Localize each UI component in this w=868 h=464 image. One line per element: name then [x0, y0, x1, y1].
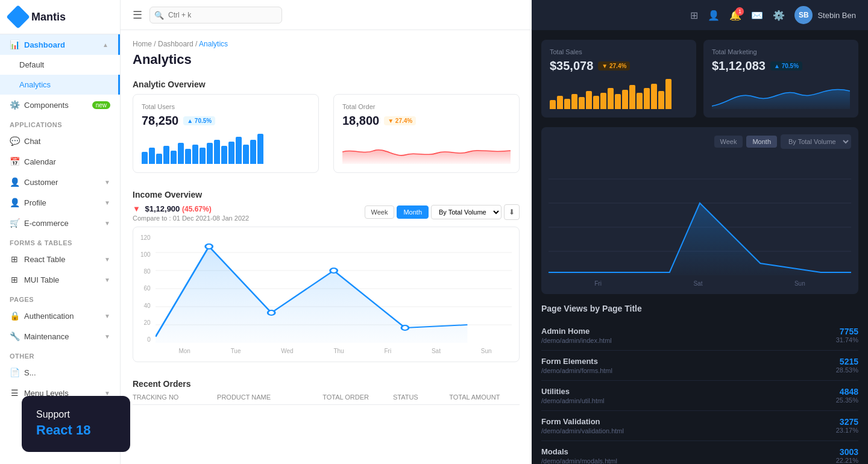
ecommerce-icon: 🛒 — [10, 218, 19, 228]
total-sales-card: Total Sales $35,078 ▼ 27.4% — [541, 40, 696, 118]
total-marketing-label: Total Marketing — [712, 48, 850, 55]
notification-badge: 1 — [735, 7, 744, 16]
income-amount: ▼ $1,12,900 (45.67%) — [133, 204, 249, 213]
search-input[interactable] — [149, 7, 282, 24]
total-sales-chart — [550, 79, 688, 109]
left-panel: ☰ 🔍 Home / Dashboard / Analytics Analyti… — [121, 0, 532, 464]
logo-icon — [6, 5, 30, 29]
page-view-count-1: 5215 — [836, 357, 858, 366]
nav-item-default[interactable]: Default — [0, 55, 120, 75]
total-sales-value: $35,078 ▼ 27.4% — [550, 59, 688, 73]
page-view-item-2: Utilities /demo/admin/util.html 4848 25.… — [541, 381, 858, 411]
page-view-pct-0: 31.74% — [836, 336, 858, 343]
dark-week-button[interactable]: Week — [714, 136, 743, 148]
components-icon: ⚙️ — [10, 100, 19, 110]
dark-income-chart: Week Month By Total Volume — [541, 127, 858, 294]
nav-item-mui-table[interactable]: ⊞ MUI Table ▼ — [0, 269, 120, 290]
page-view-url-4: /demo/admin/modals.html — [541, 457, 617, 464]
dashboard-icon: 📊 — [10, 40, 19, 49]
chevron-down-icon5: ▼ — [104, 277, 110, 283]
right-panel: ⊞ 👤 🔔 1 ✉️ ⚙️ SB Stebin Ben Total Sales … — [532, 0, 868, 464]
page-view-pct-2: 25.35% — [836, 397, 858, 404]
mail-icon[interactable]: ✉️ — [751, 10, 763, 21]
nav-item-analytics[interactable]: Analytics — [0, 75, 120, 95]
week-button[interactable]: Week — [365, 205, 395, 219]
page-view-pct-1: 28.53% — [836, 366, 858, 374]
nav-item-chat[interactable]: 💬 Chat — [0, 131, 120, 151]
support-popup[interactable]: Support React 18 — [22, 396, 130, 452]
page-view-count-3: 3275 — [836, 417, 858, 427]
page-view-name-3: Form Validation — [541, 417, 624, 426]
nav-item-authentication[interactable]: 🔒 Authentication ▼ — [0, 306, 120, 326]
nav-item-sample[interactable]: 📄 S... — [0, 362, 120, 383]
svg-point-5 — [205, 244, 212, 249]
chevron-down-icon7: ▼ — [104, 333, 110, 340]
chart-area — [156, 234, 512, 345]
total-sales-badge: ▼ 27.4% — [598, 61, 630, 71]
page-view-count-4: 3003 — [836, 447, 858, 457]
sidebar: Mantis 📊 Dashboard ▲ Default Analytics ⚙… — [0, 0, 121, 464]
forms-tables-label: Forms & Tables — [0, 233, 120, 249]
chevron-down-icon2: ▼ — [104, 199, 110, 206]
maintenance-icon: 🔧 — [10, 331, 19, 341]
nav-item-react-table[interactable]: ⊞ React Table ▼ — [0, 249, 120, 269]
settings-icon[interactable]: ⚙️ — [773, 10, 785, 21]
page-view-count-2: 4848 — [836, 387, 858, 397]
topbar: ⊞ 👤 🔔 1 ✉️ ⚙️ SB Stebin Ben — [532, 0, 868, 30]
page-view-item-0: Admin Home /demo/admin/index.html 7755 3… — [541, 321, 858, 351]
nav-item-dashboard[interactable]: 📊 Dashboard ▲ — [0, 34, 120, 55]
right-content: Total Sales $35,078 ▼ 27.4% — [532, 30, 868, 464]
page-view-pct-3: 23.17% — [836, 427, 858, 434]
breadcrumb: Home / Dashboard / Analytics — [133, 40, 520, 48]
volume-select[interactable]: By Total Volume — [431, 205, 502, 219]
svg-point-8 — [401, 325, 409, 330]
chevron-down-icon8: ▼ — [104, 390, 110, 397]
nav-item-components[interactable]: ⚙️ Components new — [0, 95, 120, 115]
page-view-url-1: /demo/admin/forms.html — [541, 367, 612, 374]
menu-toggle-button[interactable]: ☰ — [133, 8, 142, 22]
income-compare: Compare to : 01 Dec 2021-08 Jan 2022 — [133, 215, 249, 222]
grid-icon[interactable]: ⊞ — [690, 10, 698, 21]
recent-orders-title: Recent Orders — [121, 372, 532, 393]
page-view-pct-4: 22.21% — [836, 457, 858, 464]
recent-orders-section: TRACKING NO PRODUCT NAME TOTAL ORDER STA… — [121, 393, 532, 415]
col-total-order: TOTAL ORDER — [322, 393, 393, 401]
total-users-chart — [142, 134, 310, 164]
total-order-value: 18,800 ▼ 27.4% — [342, 114, 511, 128]
page-view-item-3: Form Validation /demo/admin/validation.h… — [541, 411, 858, 441]
month-button[interactable]: Month — [397, 205, 429, 219]
nav-item-profile[interactable]: 👤 Profile ▼ — [0, 192, 120, 213]
avatar: SB — [794, 6, 813, 24]
nav-item-ecommerce[interactable]: 🛒 E-commerce ▼ — [0, 213, 120, 233]
total-order-label: Total Order — [342, 103, 511, 110]
breadcrumb-dashboard[interactable]: Dashboard — [158, 40, 193, 48]
nav-item-customer[interactable]: 👤 Customer ▼ — [0, 172, 120, 192]
applications-label: Applications — [0, 115, 120, 131]
total-users-badge: ▲ 70.5% — [183, 116, 215, 125]
income-section: ▼ $1,12,900 (45.67%) Compare to : 01 Dec… — [121, 204, 532, 372]
chevron-down-icon: ▼ — [104, 179, 110, 186]
chevron-down-icon3: ▼ — [104, 220, 110, 227]
support-line2: React 18 — [36, 421, 116, 440]
total-marketing-value: $1,12,083 ▲ 70.5% — [712, 59, 850, 73]
page-views-title: Page Views by Page Title — [541, 304, 858, 313]
breadcrumb-home[interactable]: Home — [133, 40, 152, 48]
page-view-name-0: Admin Home — [541, 327, 612, 336]
person-icon[interactable]: 👤 — [708, 10, 720, 21]
dark-volume-select[interactable]: By Total Volume — [781, 134, 851, 149]
table-header: TRACKING NO PRODUCT NAME TOTAL ORDER STA… — [133, 393, 520, 405]
nav-item-calendar[interactable]: 📅 Calendar — [0, 151, 120, 172]
page-view-item-1: Form Elements /demo/admin/forms.html 521… — [541, 351, 858, 381]
page-view-name-1: Form Elements — [541, 357, 612, 366]
user-menu[interactable]: SB Stebin Ben — [794, 6, 856, 24]
new-badge: new — [92, 101, 110, 109]
total-users-value: 78,250 ▲ 70.5% — [142, 114, 310, 128]
page-view-name-2: Utilities — [541, 387, 605, 396]
download-button[interactable]: ⬇ — [504, 204, 520, 220]
nav-item-maintenance[interactable]: 🔧 Maintenance ▼ — [0, 326, 120, 346]
page-view-url-2: /demo/admin/util.html — [541, 397, 605, 404]
other-label: Other — [0, 346, 120, 362]
dark-month-button[interactable]: Month — [746, 136, 777, 148]
x-axis: MonTueWedThuFriSatSun — [159, 345, 512, 354]
bell-icon[interactable]: 🔔 1 — [729, 10, 741, 21]
